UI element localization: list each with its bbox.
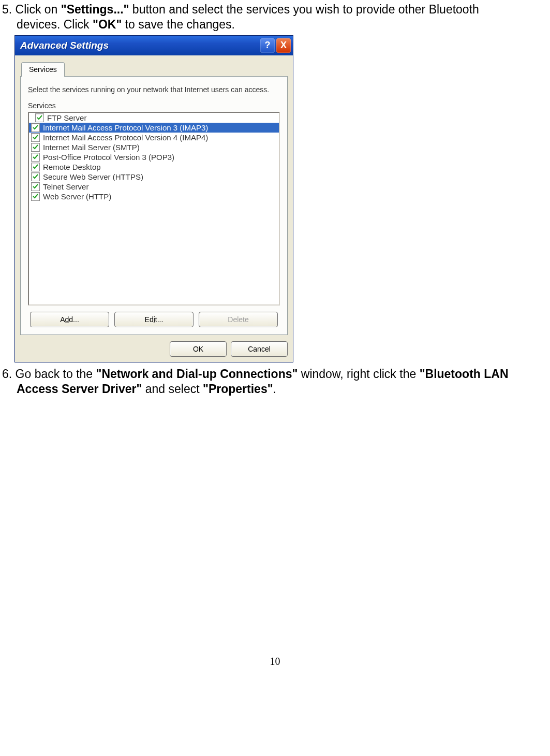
screenshot-dialog-wrap: Advanced Settings ? X Services Select th…: [14, 35, 550, 363]
bold-text: Access Server Driver": [17, 382, 142, 396]
edit-button[interactable]: Edit...: [114, 312, 194, 327]
list-item-label: Secure Web Server (HTTPS): [43, 172, 143, 181]
list-item[interactable]: Remote Desktop: [29, 162, 279, 172]
list-item-label: Post-Office Protocol Version 3 (POP3): [43, 153, 174, 162]
list-item-label: Web Server (HTTP): [43, 192, 111, 201]
add-button[interactable]: Add...: [30, 312, 109, 327]
checkbox-icon[interactable]: [31, 182, 40, 191]
list-item[interactable]: Telnet Server: [29, 182, 279, 192]
help-icon: ?: [265, 40, 271, 51]
titlebar[interactable]: Advanced Settings ? X: [15, 36, 293, 55]
ok-button[interactable]: OK: [170, 341, 227, 357]
text: to save the changes.: [122, 18, 235, 31]
text-line2: Access Server Driver" and select "Proper…: [2, 382, 548, 397]
tab-panel: Select the services running on your netw…: [20, 76, 288, 336]
bold-text: "Network and Dial-up Connections": [96, 367, 298, 381]
advanced-settings-dialog: Advanced Settings ? X Services Select th…: [14, 35, 293, 363]
document-page: 5. Click on "Settings..." button and sel…: [0, 0, 550, 678]
text: d...: [69, 315, 79, 324]
close-button[interactable]: X: [276, 38, 291, 53]
list-item-label: Telnet Server: [43, 182, 88, 191]
text: devices. Click: [17, 18, 93, 31]
checkbox-icon[interactable]: [31, 153, 40, 162]
text: S: [28, 85, 33, 94]
checkbox-icon[interactable]: [31, 172, 40, 181]
list-item-label: Internet Mail Server (SMTP): [43, 143, 140, 152]
checkbox-icon[interactable]: [31, 133, 40, 142]
text: window, right click the: [298, 367, 419, 381]
page-number: 10: [0, 656, 550, 678]
bold-text: "OK": [93, 18, 122, 31]
text: Ed: [145, 315, 154, 324]
services-listbox[interactable]: FTP ServerInternet Mail Access Protocol …: [28, 112, 280, 306]
checkbox-icon[interactable]: [31, 123, 40, 132]
step-5-text: 5. Click on "Settings..." button and sel…: [0, 0, 550, 32]
checkbox-icon[interactable]: [31, 143, 40, 152]
list-item[interactable]: Internet Mail Server (SMTP): [29, 142, 279, 152]
text: elect the services running on your netwo…: [33, 85, 269, 94]
list-item[interactable]: Web Server (HTTP): [29, 192, 279, 201]
text: .: [273, 382, 276, 396]
delete-button: Delete: [199, 312, 278, 327]
checkbox-icon[interactable]: [31, 163, 40, 171]
bold-text: "Bluetooth LAN: [420, 367, 509, 381]
list-item-label: Remote Desktop: [43, 163, 101, 171]
checkbox-icon[interactable]: [31, 192, 40, 201]
cancel-button[interactable]: Cancel: [231, 341, 288, 357]
bold-text: "Settings...": [61, 3, 129, 16]
list-item[interactable]: Internet Mail Access Protocol Version 4 …: [29, 133, 279, 142]
tab-strip: Services: [21, 62, 288, 77]
bold-text: "Properties": [203, 382, 273, 396]
button-row: Add... Edit... Delete: [28, 312, 280, 327]
dialog-footer: OK Cancel: [20, 341, 288, 357]
close-icon: X: [280, 40, 287, 51]
text: t...: [155, 315, 163, 324]
window-title: Advanced Settings: [20, 40, 259, 51]
panel-description: Select the services running on your netw…: [28, 85, 280, 95]
list-item[interactable]: Secure Web Server (HTTPS): [29, 172, 279, 182]
services-label: Services: [28, 101, 280, 110]
list-item[interactable]: Post-Office Protocol Version 3 (POP3): [29, 152, 279, 162]
text: button and select the services you wish …: [129, 3, 479, 16]
text: and select: [142, 382, 203, 396]
text: 5. Click on: [2, 3, 61, 16]
list-item-label: FTP Server: [47, 113, 86, 122]
step-6-text: 6. Go back to the "Network and Dial-up C…: [0, 365, 550, 397]
list-item[interactable]: Internet Mail Access Protocol Version 3 …: [29, 123, 279, 133]
dialog-body: Services Select the services running on …: [15, 55, 293, 362]
checkbox-icon[interactable]: [35, 113, 44, 122]
tab-services[interactable]: Services: [21, 62, 65, 77]
text-line2: devices. Click "OK" to save the changes.: [2, 17, 548, 32]
text: d: [65, 315, 69, 324]
help-button[interactable]: ?: [260, 38, 275, 53]
list-item[interactable]: FTP Server: [29, 113, 279, 123]
text: A: [60, 315, 65, 324]
list-item-label: Internet Mail Access Protocol Version 3 …: [43, 123, 208, 132]
text: 6. Go back to the: [2, 367, 96, 381]
list-item-label: Internet Mail Access Protocol Version 4 …: [43, 133, 208, 142]
